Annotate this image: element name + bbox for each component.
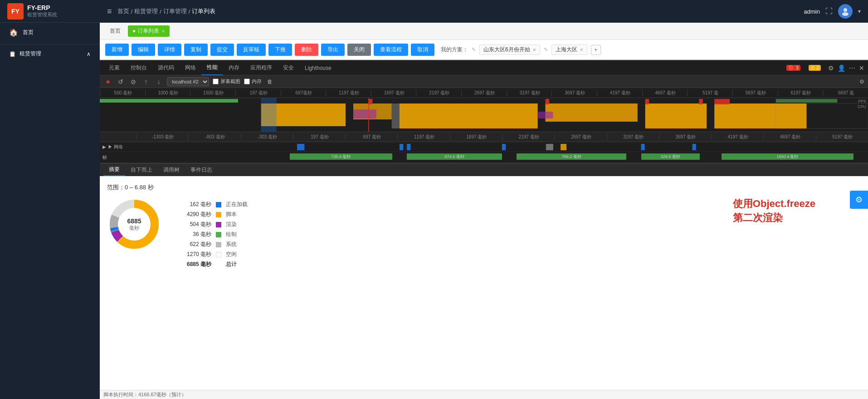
- cancel-button[interactable]: 取消: [411, 44, 434, 56]
- edit-plan2-icon: ✎: [544, 47, 548, 53]
- svg-rect-11: [392, 103, 400, 128]
- close-button[interactable]: 关闭: [347, 44, 371, 56]
- devtools-tab-lighthouse[interactable]: Lighthouse: [299, 61, 337, 75]
- devtools-tab-application[interactable]: 应用程序: [245, 61, 278, 75]
- view-flow-button[interactable]: 查看流程: [374, 44, 408, 56]
- export-button[interactable]: 导出: [321, 44, 345, 56]
- timeline-settings[interactable]: ⚙: [859, 79, 864, 85]
- annotation-line1: 使用Object.freeze: [733, 197, 815, 211]
- svg-rect-6: [546, 103, 638, 122]
- reload-record-button[interactable]: ↺: [116, 77, 125, 86]
- ruler-tick: 1000 毫秒: [145, 90, 190, 96]
- add-button[interactable]: 新增: [105, 44, 129, 56]
- devtools-tab-source[interactable]: 源代码: [152, 61, 180, 75]
- delete-button[interactable]: 删除: [295, 44, 318, 56]
- settings-fab-button[interactable]: ⚙: [850, 191, 868, 209]
- tab-close-button[interactable]: ×: [162, 28, 165, 34]
- detail-button[interactable]: 详情: [158, 44, 181, 56]
- fullscreen-button[interactable]: ⛶: [825, 7, 833, 15]
- plan-section: 我的方案： ✎ 山东大区6月份开始 × ✎ 上海大区 × +: [441, 44, 601, 55]
- avatar[interactable]: [838, 4, 853, 19]
- legend-row-total: 6885 毫秒 总计: [180, 261, 248, 268]
- ruler-tick: 6697 毫: [823, 90, 868, 96]
- frame-bar: 674.6 毫秒: [407, 153, 502, 160]
- sidebar-item-home[interactable]: 🏠 首页: [0, 23, 100, 42]
- legend-idle-color: [216, 252, 221, 257]
- plan2-tag[interactable]: 上海大区 ×: [551, 44, 587, 55]
- screenshot-checkbox[interactable]: 屏幕截图: [213, 78, 240, 85]
- devtools-more-icon[interactable]: ⋯: [849, 64, 855, 72]
- status-bar: 脚本执行时间：4166.67毫秒（预计）: [100, 390, 868, 399]
- svg-rect-21: [297, 144, 304, 150]
- devtools-tab-security[interactable]: 安全: [278, 61, 299, 75]
- legend-system-color: [216, 242, 221, 247]
- chevron-icon: ∧: [87, 51, 91, 57]
- bottom-tab-calltree[interactable]: 调用树: [158, 163, 185, 176]
- fps-label: FPS: [858, 99, 866, 103]
- ruler-tick: 5697 毫秒: [732, 90, 778, 96]
- source-selector[interactable]: localhost #2: [167, 77, 209, 86]
- record-button[interactable]: ●: [103, 77, 112, 86]
- logo-sub: 租赁管理系统: [27, 11, 57, 18]
- main-content: ≡ 首页 / 租赁管理 / 订单管理 / 订单列表 admin ⛶ ▾: [100, 0, 868, 399]
- activity-ruler: -1303 毫秒 -803 毫秒 -303 毫秒 197 毫秒 697 毫秒 1…: [100, 132, 868, 142]
- ruler-tick: 6197 毫秒: [778, 90, 823, 96]
- devtools-user-icon[interactable]: 👤: [838, 64, 845, 72]
- summary-panel: 范围：0 – 6.88 秒: [100, 176, 868, 390]
- copy-button[interactable]: 复制: [184, 44, 208, 56]
- stop-button[interactable]: ⊘: [129, 77, 138, 86]
- devtools-tab-performance[interactable]: 性能: [201, 61, 223, 75]
- devtools-tab-elements[interactable]: 元素: [103, 61, 125, 75]
- add-plan-button[interactable]: +: [591, 45, 601, 55]
- breadcrumb-rental[interactable]: 租赁管理: [134, 7, 158, 15]
- tab-order-list[interactable]: ● 订单列表 ×: [128, 25, 170, 37]
- breadcrumb-sep3: /: [189, 8, 190, 15]
- devtools-toolbar: ● ↺ ⊘ ↑ ↓ localhost #2 屏幕截图 内存 🗑 ⚙: [100, 75, 868, 88]
- legend-script-label: 脚本: [226, 211, 237, 218]
- push-down-button[interactable]: 下推: [268, 44, 292, 56]
- plan2-label: 上海大区: [556, 46, 577, 54]
- bottom-tab-eventlog[interactable]: 事件日志: [185, 163, 218, 176]
- devtools-tab-memory[interactable]: 内存: [223, 61, 245, 75]
- svg-rect-2: [100, 99, 238, 103]
- legend-row-render: 504 毫秒 渲染: [180, 221, 248, 228]
- error-badge: 🔴 3: [786, 65, 800, 71]
- breadcrumb-order-mgmt[interactable]: 订单管理: [163, 7, 187, 15]
- plan1-label: 山东大区6月份开始: [483, 46, 530, 54]
- download-button[interactable]: ↓: [154, 77, 163, 86]
- plan1-tag[interactable]: 山东大区6月份开始 ×: [479, 44, 540, 55]
- network-expand-icon[interactable]: ▶: [102, 144, 106, 149]
- bottom-tab-bottomup[interactable]: 自下而上: [125, 163, 158, 176]
- ruler-tick: 697毫秒: [281, 90, 326, 96]
- upload-button[interactable]: ↑: [141, 77, 151, 86]
- ruler-tick: 4197 毫秒: [597, 90, 642, 96]
- breadcrumb-home[interactable]: 首页: [117, 7, 129, 15]
- clear-button[interactable]: 🗑: [267, 79, 273, 85]
- timeline-chart[interactable]: FPS CPU: [100, 98, 868, 132]
- ruler-tick: 5197 毫: [687, 90, 732, 96]
- sidebar-home-label: 首页: [23, 29, 34, 36]
- dropdown-arrow[interactable]: ▾: [858, 8, 861, 15]
- plan2-close[interactable]: ×: [580, 47, 583, 53]
- bottom-tab-summary[interactable]: 摘要: [103, 163, 125, 176]
- legend-paint-label: 绘制: [226, 231, 237, 238]
- legend-paint-value: 36 毫秒: [180, 231, 211, 238]
- devtools-settings-icon[interactable]: ⚙: [828, 64, 834, 72]
- network-label[interactable]: ▶ ▶ 网络: [100, 144, 136, 150]
- legend-row-idle: 1270 毫秒 空闲: [180, 251, 248, 258]
- devtools-tab-console[interactable]: 控制台: [125, 61, 152, 75]
- memory-checkbox[interactable]: 内存: [244, 78, 262, 85]
- devtools-tab-network[interactable]: 网络: [180, 61, 201, 75]
- edit-button[interactable]: 编辑: [132, 44, 155, 56]
- tab-home[interactable]: 首页: [105, 25, 125, 37]
- devtools-close-icon[interactable]: ✕: [859, 64, 864, 72]
- legend-row-paint: 36 毫秒 绘制: [180, 231, 248, 238]
- anti-audit-button[interactable]: 反审核: [237, 44, 266, 56]
- devtools-panel: 元素 控制台 源代码 网络 性能 内存 应用程序 安全 Lighthouse 🔴…: [100, 60, 868, 399]
- submit-button[interactable]: 提交: [210, 44, 234, 56]
- range-text: 范围：0 – 6.88 秒: [107, 183, 861, 192]
- plan1-close[interactable]: ×: [533, 47, 536, 53]
- hamburger-button[interactable]: ≡: [107, 7, 112, 16]
- sidebar-section-rental[interactable]: 📋 租赁管理 ∧: [0, 44, 100, 63]
- legend-script-value: 4290 毫秒: [180, 211, 211, 218]
